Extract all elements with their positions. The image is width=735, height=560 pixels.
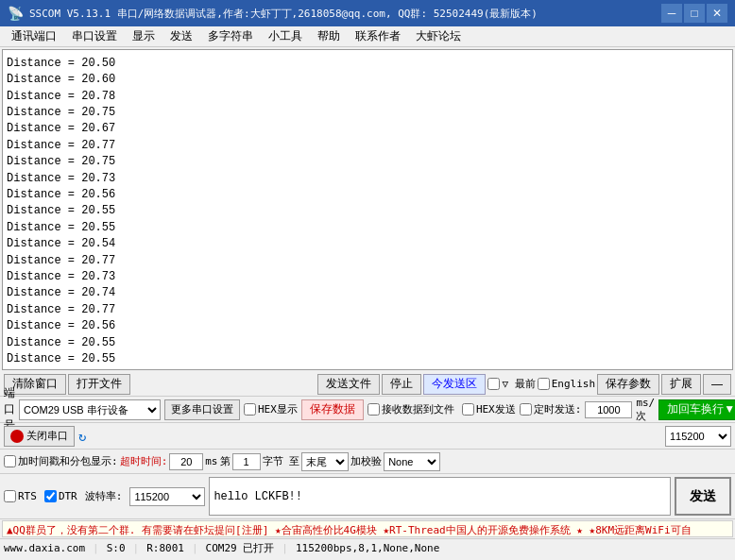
timed-send-label: 定时发送: [534, 402, 582, 416]
menu-tools[interactable]: 小工具 [261, 26, 310, 46]
send-baud-select[interactable]: 115200 [129, 487, 205, 506]
menu-comm-port[interactable]: 通讯端口 [4, 26, 64, 46]
save-params-button[interactable]: 保存参数 [597, 374, 659, 395]
send-area-button[interactable]: 今发送区 [423, 374, 486, 395]
menu-display[interactable]: 显示 [125, 26, 162, 46]
output-area: Distance = 19.96Distance = 19.88Distance… [2, 49, 733, 370]
output-line: Distance = 20.55 [7, 220, 728, 236]
hex-display-group[interactable]: HEX显示 [244, 402, 298, 416]
toolbar1: 清除窗口 打开文件 发送文件 停止 今发送区 ▽ 最前 English 保存参数… [0, 372, 735, 397]
send-file-button[interactable]: 发送文件 [317, 374, 380, 395]
status-divider4: | [282, 542, 288, 554]
stop-button[interactable]: 停止 [382, 374, 421, 395]
rts-checkbox[interactable] [4, 490, 16, 502]
maximize-button[interactable]: □ [684, 4, 705, 23]
english-checkbox[interactable] [538, 378, 550, 390]
close-port-label: 关闭串口 [26, 429, 68, 443]
output-line: Distance = 20.56 [7, 318, 728, 334]
refresh-icon[interactable]: ↻ [78, 429, 86, 444]
baud-rate-select[interactable]: 115200 [665, 426, 731, 447]
status-divider3: | [192, 542, 198, 554]
output-line: Distance = 20.75 [7, 154, 728, 170]
close-button[interactable]: ✕ [707, 4, 727, 23]
port-info-label: COM29 已打开 [206, 541, 275, 555]
timed-value-input[interactable]: 1000 [585, 401, 632, 418]
timeout-label: 超时时间: [120, 454, 168, 468]
hex-display-checkbox[interactable] [244, 403, 256, 416]
latest-checkbox[interactable] [487, 378, 500, 390]
rts-label-group[interactable]: RTS [4, 490, 37, 502]
menu-bar: 通讯端口 串口设置 显示 发送 多字符串 小工具 帮助 联系作者 大虾论坛 [0, 26, 735, 47]
menu-help[interactable]: 帮助 [310, 26, 348, 46]
add-enter-button[interactable]: 加回车换行▼ [658, 399, 735, 420]
timed-send-group[interactable]: 定时发送: [520, 402, 582, 416]
output-line: Distance = 20.55 [7, 203, 728, 219]
dtr-checkbox[interactable] [44, 490, 57, 502]
close-port-button[interactable]: 关闭串口 [4, 426, 75, 447]
open-file-button[interactable]: 打开文件 [68, 374, 130, 395]
output-line: Distance = 20.75 [7, 105, 728, 121]
verify-select[interactable]: None [384, 452, 440, 471]
recv-file-checkbox[interactable] [368, 403, 380, 416]
recv-file-group[interactable]: 接收数据到文件 [368, 402, 454, 416]
byte-label: 字节 至 [263, 454, 300, 468]
title-bar: 📡 SSCOM V5.13.1 串口/网络数据调试器,作者:大虾丁丁,26180… [0, 0, 735, 26]
output-line: Distance = 20.54 [7, 236, 728, 252]
ad-text: ▲QQ群员了，没有第二个群. 有需要请在虾坛提问[注册] ★合宙高性价比4G模块… [7, 524, 692, 536]
menu-contact[interactable]: 联系作者 [348, 26, 408, 46]
dtr-label-group[interactable]: DTR [44, 490, 77, 502]
output-line: Distance = 20.55 [7, 351, 728, 367]
status-divider2: | [133, 542, 140, 554]
send-text-input[interactable]: hello LCKFB!! [209, 477, 671, 516]
hex-display-label: HEX显示 [258, 402, 298, 416]
menu-multi-string[interactable]: 多字符串 [200, 26, 261, 46]
minimize-button[interactable]: ─ [661, 4, 682, 23]
send-area: RTS DTR 波特率: 115200 hello LCKFB!! 发送 [0, 474, 735, 519]
output-line: Distance = 20.74 [7, 285, 728, 301]
save-data-button[interactable]: 保存数据 [301, 399, 364, 420]
baud-label: 波特率: [85, 489, 123, 503]
timeout-value-input[interactable]: 20 [169, 453, 203, 470]
dtr-label: DTR [59, 490, 77, 502]
verify-label: 加校验 [350, 454, 382, 468]
output-line: Distance = 20.57 [7, 49, 728, 56]
s-value-label: S:0 [107, 542, 126, 554]
output-line: Distance = 20.77 [7, 302, 728, 318]
rts-dtr-row: RTS DTR 波特率: 115200 [4, 487, 205, 506]
timestamp-group[interactable]: 加时间戳和分包显示: [4, 454, 118, 468]
menu-serial-settings[interactable]: 串口设置 [64, 26, 125, 46]
rts-label: RTS [18, 490, 37, 502]
send-button[interactable]: 发送 [675, 477, 731, 516]
byte-from-input[interactable]: 1 [232, 453, 261, 470]
hex-send-checkbox[interactable] [462, 403, 474, 416]
byte-to-select[interactable]: 末尾 [301, 452, 349, 471]
hex-send-group[interactable]: HEX发送 [462, 402, 516, 416]
menu-send[interactable]: 发送 [162, 26, 200, 46]
port-select[interactable]: COM29 USB 串行设备 [19, 399, 161, 420]
output-lines: Distance = 19.96Distance = 19.88Distance… [7, 49, 728, 367]
ad-bar: ▲QQ群员了，没有第二个群. 有需要请在虾坛提问[注册] ★合宙高性价比4G模块… [2, 520, 733, 537]
latest-checkbox-group[interactable]: ▽ 最前 [487, 377, 535, 391]
expand-button[interactable]: 扩展 [661, 374, 701, 395]
output-line: Distance = 20.73 [7, 171, 728, 187]
latest-label: ▽ 最前 [502, 377, 535, 391]
output-line: Distance = 20.67 [7, 121, 728, 137]
english-checkbox-group[interactable]: English [538, 378, 595, 390]
title-text: SSCOM V5.13.1 串口/网络数据调试器,作者:大虾丁丁,2618058… [29, 7, 661, 21]
english-label: English [552, 378, 595, 390]
timed-unit-label: ms/次 [636, 397, 655, 423]
menu-forum[interactable]: 大虾论坛 [408, 26, 469, 46]
output-line: Distance = 20.56 [7, 187, 728, 203]
red-circle-icon [10, 430, 24, 443]
left-controls: RTS DTR 波特率: 115200 [4, 477, 205, 516]
timed-send-checkbox[interactable] [520, 403, 532, 416]
collapse-button[interactable]: — [703, 374, 731, 395]
more-ports-button[interactable]: 更多串口设置 [164, 399, 240, 420]
toolbar3: 加时间戳和分包显示: 超时时间: 20 ms 第 1 字节 至 末尾 加校验 N… [0, 450, 735, 474]
byte-from-label: 第 [220, 454, 231, 468]
window-controls: ─ □ ✕ [661, 4, 727, 23]
timestamp-checkbox[interactable] [4, 455, 16, 467]
toolbar2: 端口号 COM29 USB 串行设备 更多串口设置 HEX显示 保存数据 接收数… [0, 397, 735, 423]
output-line: Distance = 20.50 [7, 56, 728, 72]
config-label: 115200bps,8,1,None,None [296, 542, 439, 554]
